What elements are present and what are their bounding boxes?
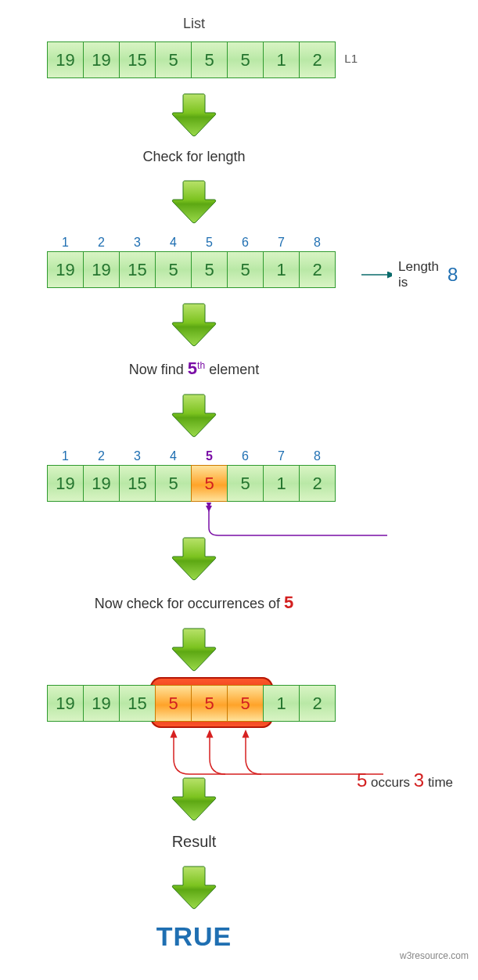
cell: 1 xyxy=(263,251,300,288)
cell: 1 xyxy=(263,41,300,78)
length-value: 8 xyxy=(447,264,458,286)
list-fifth-highlight: 1 2 3 4 5 6 7 8 19 19 15 5 5 5 1 2 5th e… xyxy=(47,449,455,502)
cell: 15 xyxy=(119,465,156,502)
cell: 19 xyxy=(83,41,120,78)
index: 1 xyxy=(47,236,84,250)
arrow-down-icon xyxy=(171,302,217,348)
cell: 19 xyxy=(47,685,84,722)
cell: 5 xyxy=(227,465,264,502)
cell: 5 xyxy=(191,41,228,78)
cell: 5 xyxy=(227,41,264,78)
index: 2 xyxy=(83,449,120,463)
list-indexed: 1 2 3 4 5 6 7 8 19 19 15 5 5 5 1 2 Lengt… xyxy=(47,236,455,288)
cell: 19 xyxy=(83,251,120,288)
cell: 15 xyxy=(119,251,156,288)
arrow-down-icon xyxy=(171,92,217,138)
index: 4 xyxy=(155,449,192,463)
cell-highlight: 5 xyxy=(191,465,228,502)
index: 5 xyxy=(191,236,228,250)
list-occurrences: 19 19 15 5 5 5 1 2 5 occurs 3 time xyxy=(47,683,336,722)
arrow-down-icon xyxy=(171,627,217,672)
index: 3 xyxy=(119,449,156,463)
index: 8 xyxy=(299,449,336,463)
step-find-5th: Now find 5th element xyxy=(23,358,365,379)
list-l1: 19 19 15 5 5 5 1 2 L1 xyxy=(47,40,336,78)
index-highlight: 5 xyxy=(191,449,228,463)
cell: 1 xyxy=(263,685,300,722)
index: 6 xyxy=(227,236,264,250)
arrow-down-icon xyxy=(171,865,217,910)
arrow-down-icon xyxy=(171,393,217,438)
cell: 2 xyxy=(299,685,336,722)
cell: 19 xyxy=(47,465,84,502)
occurrence-annotation: 5 occurs 3 time xyxy=(357,769,453,791)
index: 7 xyxy=(263,449,300,463)
pointer-arrow-icon xyxy=(192,503,395,549)
step-check-occurrences: Now check for occurrences of 5 xyxy=(23,593,365,613)
footer-attribution: w3resource.com xyxy=(400,950,469,961)
list-title: List xyxy=(47,16,341,32)
cell: 2 xyxy=(299,465,336,502)
index: 6 xyxy=(227,449,264,463)
length-annotation: Length is 8 xyxy=(360,259,458,290)
cell-highlight: 5 xyxy=(191,685,228,722)
index: 2 xyxy=(83,236,120,250)
arrow-down-icon xyxy=(171,536,217,582)
index: 8 xyxy=(299,236,336,250)
index: 7 xyxy=(263,236,300,250)
result-label: Result xyxy=(23,833,365,851)
cell: 5 xyxy=(227,251,264,288)
step-check-length: Check for length xyxy=(23,149,365,165)
l1-label: L1 xyxy=(344,52,358,65)
cell: 2 xyxy=(299,41,336,78)
cell: 5 xyxy=(155,465,192,502)
cell: 15 xyxy=(119,41,156,78)
index: 4 xyxy=(155,236,192,250)
cell: 19 xyxy=(83,685,120,722)
index: 1 xyxy=(47,449,84,463)
arrow-down-icon xyxy=(171,179,217,225)
cell: 15 xyxy=(119,685,156,722)
cell: 19 xyxy=(47,251,84,288)
index: 3 xyxy=(119,236,156,250)
cell: 1 xyxy=(263,465,300,502)
cell: 19 xyxy=(83,465,120,502)
cell: 5 xyxy=(155,251,192,288)
cell-highlight: 5 xyxy=(227,685,264,722)
cell: 5 xyxy=(191,251,228,288)
cell-highlight: 5 xyxy=(155,685,192,722)
cell: 2 xyxy=(299,251,336,288)
cell: 5 xyxy=(155,41,192,78)
cell: 19 xyxy=(47,41,84,78)
result-value: TRUE xyxy=(23,921,365,952)
